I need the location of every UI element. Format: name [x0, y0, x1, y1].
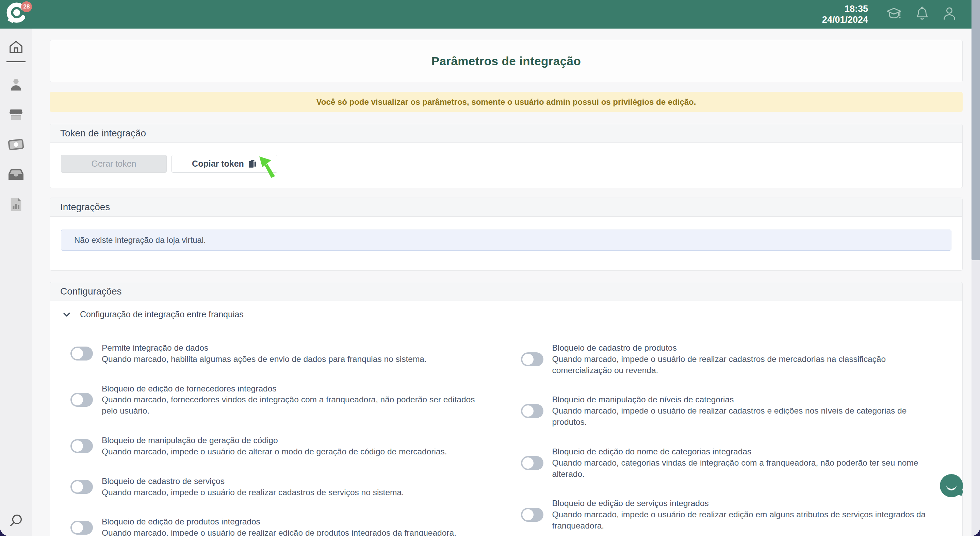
top-header: 28 18:35 24/01/2024: [0, 0, 972, 29]
toggle-setting-item: Bloqueio de edição do nome de categorias…: [521, 446, 941, 479]
toggle-description: Quando marcado, impede o usuário de real…: [552, 405, 941, 428]
toggle-text: Bloqueio de edição de produtos integrado…: [102, 516, 456, 536]
notification-badge: 28: [21, 2, 32, 12]
sidebar-item-store[interactable]: [8, 106, 24, 123]
toggle-switch[interactable]: [70, 393, 93, 407]
toggle-setting-item: Bloqueio de manipulação de geração de có…: [70, 435, 490, 457]
graduation-cap-icon[interactable]: [886, 6, 902, 22]
integrations-section-body: Não existe integração da loja virtual.: [50, 217, 962, 270]
toggle-description: Quando marcado, fornecedores vindos de i…: [102, 394, 490, 417]
sidebar-item-inbox[interactable]: [8, 166, 24, 182]
toggle-setting-item: Bloqueio de edição de produtos integrado…: [70, 516, 490, 536]
toggle-knob: [522, 457, 533, 469]
integrations-section: Integrações Não existe integração da loj…: [50, 198, 963, 271]
toggle-text: Bloqueio de cadastro de produtos Quando …: [552, 343, 941, 376]
toggle-description: Quando marcado, impede o usuário de real…: [552, 354, 941, 376]
toggle-switch[interactable]: [521, 352, 543, 366]
toggle-knob: [72, 522, 83, 533]
toggle-setting-item: Bloqueio de edição de fornecedores integ…: [70, 383, 490, 417]
toggle-switch[interactable]: [70, 347, 93, 360]
toggle-setting-item: Bloqueio de cadastro de produtos Quando …: [521, 343, 941, 376]
toggle-description: Quando marcado, habilita algumas ações d…: [102, 354, 427, 365]
app-logo[interactable]: 28: [5, 1, 32, 28]
sidebar-item-finance[interactable]: [8, 136, 24, 153]
page-scrollbar[interactable]: [972, 0, 980, 536]
support-chat-button[interactable]: [940, 474, 963, 497]
toggle-switch[interactable]: [70, 521, 93, 534]
copy-icon: [248, 159, 257, 169]
toggles-grid: Permite integração de dados Quando marca…: [50, 328, 962, 536]
report-icon: [9, 197, 23, 212]
toggle-text: Bloqueio de manipulação de níveis de cat…: [552, 394, 941, 428]
toggle-label: Bloqueio de manipulação de geração de có…: [102, 435, 447, 446]
user-account-icon[interactable]: [942, 6, 956, 23]
topbar-actions: 18:35 24/01/2024: [822, 3, 956, 25]
toggle-setting-item: Bloqueio de manipulação de níveis de cat…: [521, 394, 941, 428]
clock: 18:35 24/01/2024: [822, 3, 868, 25]
money-icon: [8, 137, 24, 152]
sidebar-nav: [0, 29, 32, 536]
toggle-knob: [522, 405, 533, 417]
toggle-label: Bloqueio de edição de serviços integrado…: [552, 498, 941, 509]
toggle-description: Quando marcado, impede o usuário de real…: [102, 528, 456, 536]
toggle-text: Bloqueio de edição de serviços integrado…: [552, 498, 941, 531]
page-title-card: Parâmetros de integração: [50, 40, 963, 82]
generate-token-button[interactable]: Gerar token: [61, 155, 167, 173]
toggle-description: Quando marcado, categorias vindas de int…: [552, 457, 941, 480]
clock-date: 24/01/2024: [822, 14, 868, 25]
franchise-config-group-label: Configuração de integração entre franqui…: [80, 309, 243, 319]
sidebar-item-reports[interactable]: [8, 196, 24, 212]
sidebar-search[interactable]: [8, 512, 24, 528]
generate-token-label: Gerar token: [91, 159, 136, 169]
toggles-left-column: Permite integração de dados Quando marca…: [70, 343, 490, 536]
toggle-knob: [72, 394, 83, 405]
settings-section-header: Configurações: [50, 282, 962, 301]
sidebar-item-customers[interactable]: [8, 76, 24, 93]
clock-time: 18:35: [822, 3, 868, 14]
toggle-text: Bloqueio de cadastro de serviços Quando …: [102, 476, 404, 498]
store-icon: [8, 107, 24, 122]
search-icon: [8, 512, 24, 528]
toggle-text: Bloqueio de manipulação de geração de có…: [102, 435, 447, 457]
chevron-down-icon: [62, 310, 71, 319]
person-icon: [8, 77, 24, 92]
toggle-label: Bloqueio de edição de produtos integrado…: [102, 516, 456, 528]
toggle-knob: [72, 348, 83, 359]
app-frame: 28 18:35 24/01/2024: [0, 0, 980, 536]
toggle-text: Bloqueio de edição do nome de categorias…: [552, 446, 941, 479]
sidebar-item-home[interactable]: [8, 39, 24, 55]
bell-icon[interactable]: [915, 6, 929, 22]
token-section-body: Gerar token Copiar token: [50, 143, 962, 188]
token-section-header: Token de integração: [50, 124, 962, 143]
toggle-setting-item: Bloqueio de cadastro de serviços Quando …: [70, 476, 490, 498]
toggle-text: Bloqueio de edição de fornecedores integ…: [102, 383, 490, 417]
toggle-description: Quando marcado, impede o usuário de alte…: [102, 446, 447, 457]
toggle-setting-item: Bloqueio de edição de serviços integrado…: [521, 498, 941, 531]
page-title: Parâmetros de integração: [431, 54, 581, 68]
toggle-label: Bloqueio de edição de fornecedores integ…: [102, 383, 490, 395]
settings-section: Configurações Configuração de integração…: [50, 282, 963, 536]
copy-token-label: Copiar token: [192, 159, 244, 169]
toggle-switch[interactable]: [521, 456, 543, 470]
green-cursor-arrow-icon: [258, 156, 277, 178]
toggle-switch[interactable]: [521, 404, 543, 418]
main-content: Parâmetros de integração Você só pode vi…: [32, 29, 972, 536]
token-section: Token de integração Gerar token Copiar t…: [50, 124, 963, 188]
toggle-switch[interactable]: [70, 439, 93, 453]
home-icon: [8, 39, 24, 55]
no-integration-message: Não existe integração da loja virtual.: [61, 230, 951, 251]
toggle-knob: [522, 509, 533, 520]
integrations-section-header: Integrações: [50, 198, 962, 217]
toggle-label: Bloqueio de cadastro de serviços: [102, 476, 404, 487]
inbox-icon: [8, 167, 24, 182]
franchise-config-group-row[interactable]: Configuração de integração entre franqui…: [50, 301, 962, 328]
toggle-description: Quando marcado, impede o usuário de real…: [102, 487, 404, 498]
toggle-switch[interactable]: [70, 480, 93, 494]
scrollbar-thumb[interactable]: [972, 0, 980, 260]
toggle-switch[interactable]: [521, 508, 543, 522]
sidebar-divider: [6, 61, 25, 62]
toggle-knob: [72, 481, 83, 492]
toggle-label: Bloqueio de cadastro de produtos: [552, 343, 941, 354]
toggle-label: Bloqueio de edição do nome de categorias…: [552, 446, 941, 457]
toggle-description: Quando marcado, impede o usuário de real…: [552, 509, 941, 531]
